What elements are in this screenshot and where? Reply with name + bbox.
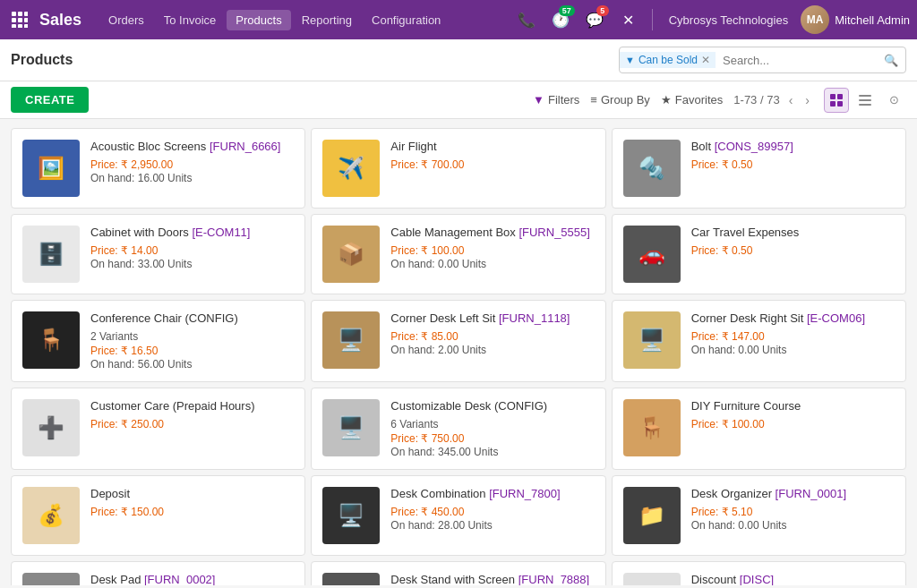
app-grid-icon[interactable]: [7, 7, 32, 32]
product-info: Customer Care (Prepaid Hours)Price: ₹ 25…: [90, 399, 294, 431]
product-thumbnail: 🖥️: [322, 487, 380, 544]
groupby-button[interactable]: ≡ Group By: [590, 93, 650, 107]
products-grid: 🖼️Acoustic Bloc Screens [FURN_6666]Price…: [11, 128, 906, 585]
product-info: Desk Combination [FURN_7800]Price: ₹ 450…: [390, 487, 594, 532]
search-input[interactable]: [716, 50, 877, 71]
product-info: Acoustic Bloc Screens [FURN_6666]Price: …: [90, 140, 294, 184]
filter-remove-icon[interactable]: ✕: [701, 54, 710, 66]
product-card[interactable]: 💰DepositPrice: ₹ 150.00: [11, 475, 305, 556]
product-ref: [FURN_6666]: [210, 140, 280, 153]
product-info: Desk Pad [FURN_0002]: [90, 573, 294, 585]
product-thumbnail: 🪑: [623, 399, 681, 456]
product-info: Customizable Desk (CONFIG)6 VariantsPric…: [390, 399, 594, 458]
product-name: Discount [DISC]: [691, 573, 895, 585]
product-onhand: On hand: 33.00 Units: [90, 258, 294, 270]
product-card[interactable]: 🖥️Customizable Desk (CONFIG)6 VariantsPr…: [311, 388, 605, 470]
filters-button[interactable]: ▼ Filters: [533, 93, 579, 107]
product-info: Cable Management Box [FURN_5555]Price: ₹…: [390, 226, 594, 270]
toolbar: CREATE ▼ Filters ≡ Group By ★ Favorites …: [0, 81, 917, 119]
product-thumbnail: 🚗: [623, 226, 681, 283]
product-info: Cabinet with Doors [E-COM11]Price: ₹ 14.…: [90, 226, 294, 270]
product-info: Bolt [CONS_89957]Price: ₹ 0.50: [691, 140, 895, 172]
svg-rect-7: [18, 24, 22, 28]
product-name: Cabinet with Doors [E-COM11]: [90, 226, 294, 241]
product-card[interactable]: 🔩Bolt [CONS_89957]Price: ₹ 0.50: [612, 128, 906, 209]
list-view-button[interactable]: [853, 88, 878, 113]
prev-page-button[interactable]: ‹: [785, 91, 797, 109]
product-card[interactable]: 🪑Conference Chair (CONFIG)2 VariantsPric…: [11, 300, 305, 382]
svg-rect-1: [18, 12, 22, 16]
next-page-button[interactable]: ›: [801, 91, 813, 109]
filter-icon: ▼: [533, 93, 544, 107]
product-onhand: On hand: 0.00 Units: [691, 519, 895, 532]
activity-icon[interactable]: 🕐 57: [546, 5, 575, 34]
svg-rect-10: [837, 94, 843, 99]
product-card[interactable]: 🪑DIY Furniture CoursePrice: ₹ 100.00: [612, 388, 906, 470]
product-name: Corner Desk Right Sit [E-COM06]: [691, 311, 895, 327]
svg-rect-8: [24, 24, 28, 28]
product-price: Price: ₹ 2,950.00: [90, 158, 294, 171]
product-name: Car Travel Expenses: [691, 226, 895, 241]
product-card[interactable]: ➕Customer Care (Prepaid Hours)Price: ₹ 2…: [11, 388, 305, 470]
product-thumbnail: 📋: [22, 573, 80, 585]
product-thumbnail: 📦: [322, 226, 380, 283]
product-card[interactable]: 📋Desk Pad [FURN_0002]: [11, 561, 305, 585]
favorites-button[interactable]: ★ Favorites: [661, 93, 723, 107]
groupby-icon: ≡: [590, 93, 597, 107]
product-info: Desk Organizer [FURN_0001]Price: ₹ 5.10O…: [691, 487, 895, 532]
nav-to-invoice[interactable]: To Invoice: [155, 10, 226, 30]
product-card[interactable]: 🖥️Corner Desk Right Sit [E-COM06]Price: …: [612, 300, 906, 382]
product-card[interactable]: 📁Desk Organizer [FURN_0001]Price: ₹ 5.10…: [612, 475, 906, 556]
svg-rect-0: [12, 12, 16, 16]
product-thumbnail: 📁: [623, 487, 681, 544]
phone-icon[interactable]: 📞: [512, 5, 541, 34]
nav-orders[interactable]: Orders: [99, 10, 153, 30]
chat-icon[interactable]: 💬 5: [580, 5, 609, 34]
product-card[interactable]: ✈️Air FlightPrice: ₹ 700.00: [311, 128, 605, 209]
product-card[interactable]: 🗄️Cabinet with Doors [E-COM11]Price: ₹ 1…: [11, 214, 305, 294]
search-box[interactable]: ▼ Can be Sold ✕ 🔍: [619, 47, 906, 73]
close-icon[interactable]: ✕: [614, 5, 643, 34]
product-price: Price: ₹ 16.50: [90, 345, 294, 357]
product-name: Desk Stand with Screen [FURN_7888]: [390, 573, 594, 585]
grid-view-button[interactable]: [824, 88, 849, 113]
svg-rect-11: [830, 101, 836, 107]
product-card[interactable]: 🖥️Desk Combination [FURN_7800]Price: ₹ 4…: [311, 475, 605, 556]
product-card[interactable]: 🚗Car Travel ExpensesPrice: ₹ 0.50: [612, 214, 906, 294]
product-thumbnail: %: [623, 573, 681, 585]
product-thumbnail: 🖥️: [322, 573, 380, 585]
nav-reporting[interactable]: Reporting: [293, 10, 361, 30]
product-card[interactable]: 🖥️Desk Stand with Screen [FURN_7888]: [311, 561, 605, 585]
product-ref: [E-COM11]: [192, 226, 250, 239]
svg-rect-3: [12, 18, 16, 22]
app-brand: Sales: [39, 11, 81, 30]
activity-view-button[interactable]: ⊙: [881, 88, 906, 113]
product-variants: 2 Variants: [90, 330, 294, 343]
nav-configuration[interactable]: Configuration: [363, 10, 450, 30]
content-area: Products ▼ Can be Sold ✕ 🔍 CREATE ▼ Filt…: [0, 39, 917, 588]
product-name: Conference Chair (CONFIG): [90, 311, 294, 327]
svg-rect-15: [859, 104, 871, 106]
product-card[interactable]: 📦Cable Management Box [FURN_5555]Price: …: [311, 214, 605, 294]
product-thumbnail: ✈️: [322, 140, 380, 197]
user-name: Mitchell Admin: [835, 13, 910, 27]
search-icon[interactable]: 🔍: [877, 50, 905, 71]
product-card[interactable]: 🖼️Acoustic Bloc Screens [FURN_6666]Price…: [11, 128, 305, 209]
page-title: Products: [11, 52, 73, 68]
create-button[interactable]: CREATE: [11, 87, 89, 113]
product-thumbnail: 🖥️: [322, 399, 380, 456]
product-price: Price: ₹ 5.10: [691, 506, 895, 518]
product-card[interactable]: %Discount [DISC]: [612, 561, 906, 585]
product-price: Price: ₹ 450.00: [390, 506, 594, 518]
nav-products[interactable]: Products: [227, 10, 290, 30]
product-thumbnail: 🗄️: [22, 226, 80, 283]
svg-rect-14: [859, 99, 871, 101]
product-onhand: On hand: 0.00 Units: [691, 344, 895, 356]
product-card[interactable]: 🖥️Corner Desk Left Sit [FURN_1118]Price:…: [311, 300, 605, 382]
pagination-text: 1-73 / 73: [733, 93, 779, 107]
svg-rect-5: [24, 18, 28, 22]
product-name: Air Flight: [390, 140, 594, 155]
avatar[interactable]: MA: [801, 5, 829, 34]
product-name: Corner Desk Left Sit [FURN_1118]: [390, 311, 594, 327]
product-info: DIY Furniture CoursePrice: ₹ 100.00: [691, 399, 895, 431]
